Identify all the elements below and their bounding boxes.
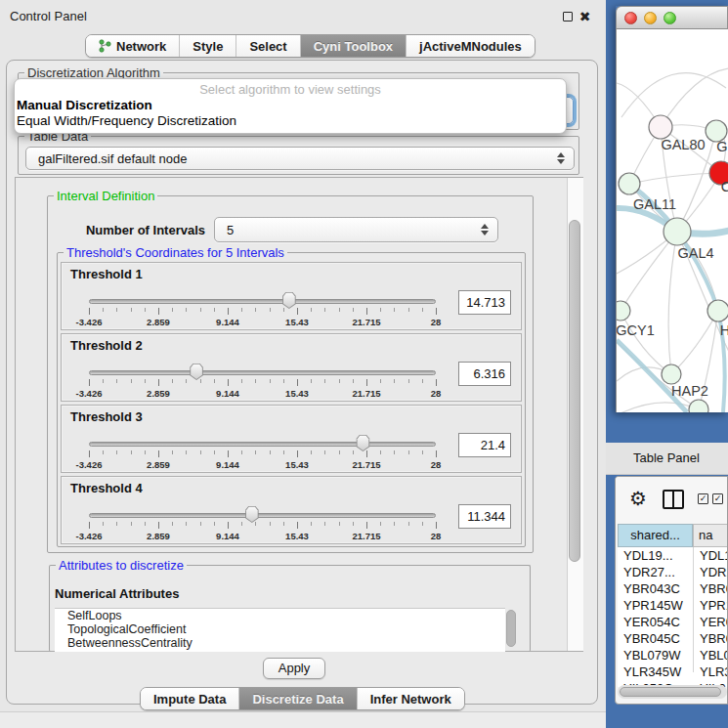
cell-name: YPR1: [700, 597, 728, 614]
tick-label: 21.715: [352, 459, 380, 470]
tick-label: 28: [431, 459, 442, 470]
column-header-name[interactable]: na: [693, 524, 728, 547]
tick-mark: [172, 308, 173, 312]
tick-mark: [186, 379, 187, 383]
tick-mark: [145, 308, 146, 312]
close-icon[interactable]: ✖: [578, 11, 591, 23]
tick-mark: [214, 522, 215, 526]
list-scrollbar[interactable]: [506, 610, 516, 647]
app-root: Control Panel ✖ NetworkStyleSelectCyni T…: [0, 0, 728, 728]
tick-mark: [89, 308, 90, 315]
tick-mark: [408, 522, 409, 526]
checkbox-checked-icon[interactable]: ✓: [698, 493, 708, 504]
stepper-arrows-icon: [481, 224, 489, 236]
table-row[interactable]: YDL19...YDL1: [618, 547, 728, 564]
threshold-value-field[interactable]: 6.316: [458, 362, 511, 386]
tick-mark: [228, 522, 229, 529]
tick-mark: [324, 308, 325, 312]
tick-mark: [89, 450, 90, 457]
numerical-attributes-list[interactable]: SelfLoopsTopologicalCoefficientBetweenne…: [55, 608, 505, 652]
network-node-gcy1[interactable]: [617, 301, 630, 321]
table-row[interactable]: YER054CYER0: [618, 614, 728, 630]
algorithm-dropdown-popup: Select algorithm to view settings Manual…: [14, 78, 567, 134]
tab-style[interactable]: Style: [180, 35, 236, 57]
tick-mark: [311, 522, 312, 526]
zoom-light[interactable]: [664, 12, 676, 24]
vertical-scrollbar-thumb[interactable]: [569, 220, 580, 562]
threshold-value-field[interactable]: 21.4: [458, 433, 511, 457]
threshold-box: Threshold 1-3.4262.8599.14415.4321.71528…: [61, 262, 522, 330]
dropdown-option[interactable]: Manual Discretization: [15, 98, 566, 113]
numerical-attributes-label: Numerical Attributes: [55, 586, 179, 601]
tab-impute-data[interactable]: Impute Data: [141, 688, 239, 709]
network-node-h[interactable]: [707, 300, 728, 321]
tab-infer-network[interactable]: Infer Network: [358, 688, 464, 709]
table-panel-title: Table Panel: [633, 450, 700, 465]
column-header-shared-name[interactable]: shared...: [618, 524, 693, 547]
list-item[interactable]: SelfLoops: [55, 609, 505, 622]
horizontal-scrollbar[interactable]: [618, 685, 727, 699]
list-item[interactable]: BetweennessCentrality: [55, 636, 505, 650]
gear-icon[interactable]: ⚙: [629, 487, 647, 510]
tab-select[interactable]: Select: [236, 35, 300, 57]
table-row[interactable]: YBL079WYBL0: [618, 647, 728, 664]
network-window-titlebar[interactable]: [616, 6, 728, 29]
tab-cyni-toolbox[interactable]: Cyni Toolbox: [301, 35, 407, 57]
split-column-icon[interactable]: [663, 490, 684, 509]
cell-shared-name: YPR145W: [623, 597, 683, 614]
threshold-slider-track[interactable]: [89, 370, 436, 375]
num-intervals-combobox[interactable]: 5: [214, 217, 498, 242]
threshold-value-field[interactable]: 14.713: [458, 290, 511, 315]
slider-thumb[interactable]: [244, 505, 259, 523]
dropdown-option[interactable]: Equal Width/Frequency Discretization: [15, 113, 566, 129]
tick-mark: [366, 522, 367, 529]
network-edge: [661, 68, 728, 127]
tick-mark: [186, 522, 187, 526]
network-canvas[interactable]: GAL80GCGAL11GAL4GCY1HHAP2: [616, 29, 728, 412]
slider-thumb[interactable]: [190, 363, 204, 380]
tick-mark: [366, 379, 367, 386]
threshold-value-field[interactable]: 11.344: [458, 504, 511, 529]
table-row[interactable]: YBR045CYBR0: [618, 630, 728, 647]
network-node-gal4[interactable]: [664, 218, 691, 245]
tick-mark: [353, 379, 354, 383]
table-row[interactable]: YLR345WYLR3: [618, 664, 728, 680]
table-panel-header: Table Panel: [606, 443, 728, 475]
tab-discretize-data[interactable]: Discretize Data: [239, 688, 357, 709]
tab-jactivemnodules[interactable]: jActiveMNodules: [407, 35, 535, 57]
close-light[interactable]: [624, 12, 637, 24]
tick-label: 21.715: [352, 531, 380, 541]
network-node[interactable]: [689, 400, 708, 412]
float-window-icon[interactable]: [563, 12, 573, 21]
apply-button[interactable]: Apply: [263, 658, 325, 679]
tab-label: Select: [249, 39, 286, 54]
tick-mark: [255, 450, 256, 454]
tick-label: 2.859: [147, 459, 170, 470]
threshold-slider-track[interactable]: [89, 513, 436, 518]
slider-thumb[interactable]: [281, 291, 296, 309]
threshold-slider-track[interactable]: [89, 299, 436, 304]
table-row[interactable]: YPR145WYPR1: [618, 597, 728, 614]
slider-thumb[interactable]: [356, 434, 370, 451]
tick-mark: [422, 308, 423, 312]
list-item[interactable]: TopologicalCoefficient: [55, 622, 505, 636]
tick-mark: [131, 379, 132, 383]
checkbox-checked-icon[interactable]: ✓: [712, 493, 723, 504]
minimize-light[interactable]: [644, 12, 657, 24]
panel-title: Control Panel: [10, 9, 87, 23]
table-row[interactable]: YDR27...YDR2: [618, 564, 728, 580]
tick-label: 2.859: [147, 388, 170, 399]
tick-label: -3.426: [76, 531, 103, 541]
network-node-hap2[interactable]: [662, 364, 681, 384]
table-data-combobox[interactable]: galFiltered.sif default node: [25, 147, 575, 170]
network-edge: [621, 73, 726, 117]
table-row[interactable]: YBR043CYBR0: [618, 580, 728, 597]
network-icon: [99, 39, 111, 53]
network-node-gal80[interactable]: [649, 115, 672, 139]
threshold-slider-track[interactable]: [89, 442, 436, 447]
network-node-gal11[interactable]: [619, 173, 640, 194]
tick-mark: [422, 522, 423, 526]
tick-mark: [297, 522, 298, 529]
tab-network[interactable]: Network: [86, 35, 180, 57]
cell-name: YBL0: [700, 647, 728, 664]
